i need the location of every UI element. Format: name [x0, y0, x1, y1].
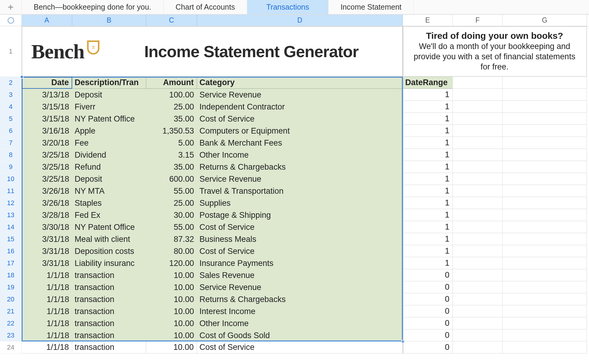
cell-amount[interactable]: 10.00 [146, 281, 197, 293]
col-header-F[interactable]: F [453, 15, 503, 26]
cell-amount[interactable]: 10.00 [146, 305, 197, 317]
cell[interactable] [503, 185, 587, 197]
col-header-C[interactable]: C [146, 15, 197, 26]
cell[interactable] [453, 221, 503, 233]
cell[interactable] [503, 329, 587, 341]
row-header[interactable]: 2 [0, 77, 22, 89]
row-header[interactable]: 20 [0, 293, 22, 305]
cell-daterange[interactable]: 1 [403, 149, 453, 161]
cell-date[interactable]: 3/25/18 [22, 149, 72, 161]
cell[interactable] [453, 137, 503, 149]
cell-category[interactable]: Cost of Goods Sold [197, 329, 403, 341]
cell-category[interactable]: Other Income [197, 149, 403, 161]
cell-date[interactable]: 3/30/18 [22, 221, 72, 233]
cell-daterange[interactable]: 1 [403, 185, 453, 197]
row-header[interactable]: 12 [0, 197, 22, 209]
cell-category[interactable]: Cost of Service [197, 245, 403, 257]
cell-description[interactable]: Refund [72, 161, 146, 173]
cell[interactable] [453, 305, 503, 317]
cell-category[interactable]: Sales Revenue [197, 269, 403, 281]
cell[interactable] [453, 341, 503, 353]
cell-amount[interactable]: 10.00 [146, 269, 197, 281]
cell-description[interactable]: transaction [72, 281, 146, 293]
cell-amount[interactable]: 35.00 [146, 161, 197, 173]
cell-daterange[interactable]: 0 [403, 329, 453, 341]
cell-daterange[interactable]: 1 [403, 89, 453, 101]
cell-date[interactable]: 3/25/18 [22, 173, 72, 185]
cell-daterange[interactable]: 1 [403, 245, 453, 257]
cell-description[interactable]: Apple [72, 125, 146, 137]
cell[interactable] [453, 233, 503, 245]
cell-daterange[interactable]: 1 [403, 197, 453, 209]
cell[interactable] [503, 341, 587, 353]
cell[interactable] [503, 197, 587, 209]
cell-date[interactable]: 3/16/18 [22, 125, 72, 137]
cell-date[interactable]: 3/15/18 [22, 101, 72, 113]
banner-left[interactable]: Bench π Income Statement Generator [22, 26, 403, 77]
cell-header-description[interactable]: Description/Tran [72, 77, 146, 89]
cell[interactable] [503, 89, 587, 101]
cell-category[interactable]: Returns & Chargebacks [197, 293, 403, 305]
cell-category[interactable]: Bank & Merchant Fees [197, 137, 403, 149]
cell-description[interactable]: Fee [72, 137, 146, 149]
cell-amount[interactable]: 87.32 [146, 233, 197, 245]
cell-daterange[interactable]: 1 [403, 209, 453, 221]
cell[interactable] [503, 173, 587, 185]
cell-category[interactable]: Service Revenue [197, 281, 403, 293]
row-header[interactable]: 10 [0, 173, 22, 185]
cell-category[interactable]: Business Meals [197, 233, 403, 245]
cell-date[interactable]: 1/1/18 [22, 269, 72, 281]
cell[interactable] [503, 233, 587, 245]
cell-description[interactable]: transaction [72, 305, 146, 317]
cell-description[interactable]: transaction [72, 329, 146, 341]
cell-category[interactable]: Service Revenue [197, 173, 403, 185]
cell[interactable] [503, 113, 587, 125]
banner-promo[interactable]: Tired of doing your own books? We'll do … [403, 26, 587, 77]
cell-date[interactable]: 3/31/18 [22, 233, 72, 245]
cell-daterange[interactable]: 1 [403, 233, 453, 245]
cell[interactable] [453, 269, 503, 281]
cell-category[interactable]: Interest Income [197, 305, 403, 317]
row-header[interactable]: 7 [0, 137, 22, 149]
cell[interactable] [503, 125, 587, 137]
cell-description[interactable]: Deposit [72, 89, 146, 101]
cell-category[interactable]: Cost of Service [197, 113, 403, 125]
cell-header-category[interactable]: Category [197, 77, 403, 89]
cell-amount[interactable]: 100.00 [146, 89, 197, 101]
cell-date[interactable]: 1/1/18 [22, 293, 72, 305]
row-header[interactable]: 19 [0, 281, 22, 293]
cell-amount[interactable]: 80.00 [146, 245, 197, 257]
cell-description[interactable]: NY Patent Office [72, 113, 146, 125]
cell-description[interactable]: Fed Ex [72, 209, 146, 221]
row-header[interactable]: 22 [0, 317, 22, 329]
col-header-G[interactable]: G [503, 15, 587, 26]
select-all-button[interactable] [0, 15, 22, 26]
cell-daterange[interactable]: 1 [403, 113, 453, 125]
cell[interactable] [453, 317, 503, 329]
cell[interactable] [453, 329, 503, 341]
cell-date[interactable]: 3/26/18 [22, 197, 72, 209]
cell[interactable] [503, 77, 587, 89]
row-header[interactable]: 6 [0, 125, 22, 137]
cell[interactable] [503, 317, 587, 329]
cell-amount[interactable]: 1,350.53 [146, 125, 197, 137]
row-header[interactable]: 13 [0, 209, 22, 221]
row-header[interactable]: 14 [0, 221, 22, 233]
cell-category[interactable]: Service Revenue [197, 89, 403, 101]
cell-description[interactable]: Fiverr [72, 101, 146, 113]
cell[interactable] [503, 305, 587, 317]
cell[interactable] [453, 293, 503, 305]
row-header[interactable]: 4 [0, 101, 22, 113]
cell-description[interactable]: transaction [72, 293, 146, 305]
cell-daterange[interactable]: 0 [403, 317, 453, 329]
cell-header-date[interactable]: Date [22, 77, 72, 89]
cell-date[interactable]: 1/1/18 [22, 305, 72, 317]
cell-daterange[interactable]: 1 [403, 161, 453, 173]
cell[interactable] [503, 293, 587, 305]
cell[interactable] [453, 113, 503, 125]
cell-daterange[interactable]: 1 [403, 125, 453, 137]
cell[interactable] [503, 281, 587, 293]
cell-header-amount[interactable]: Amount [146, 77, 197, 89]
cell[interactable] [503, 101, 587, 113]
cell-amount[interactable]: 10.00 [146, 293, 197, 305]
